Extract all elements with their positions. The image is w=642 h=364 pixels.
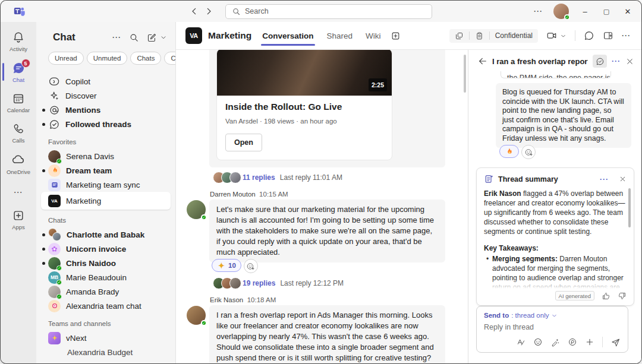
channel-more-icon[interactable]: ··· xyxy=(622,31,631,40)
meet-now-button[interactable] xyxy=(546,30,567,41)
rail-item-calls[interactable]: Calls xyxy=(1,118,36,148)
sidebar-item-vnext[interactable]: vNext xyxy=(41,331,171,345)
loop-icon[interactable] xyxy=(568,337,577,347)
message-bubble: I ran a fresh overlap report in Ads Mana… xyxy=(209,305,445,363)
emoji-icon[interactable] xyxy=(533,337,543,347)
tab-conversation[interactable]: Conversation xyxy=(262,22,313,49)
video-open-button[interactable]: Open xyxy=(225,134,262,151)
team-name[interactable]: Marketing xyxy=(208,30,251,41)
section-teams-and-channels[interactable]: Teams and channels xyxy=(36,313,175,331)
chat-bubble-icon[interactable] xyxy=(584,30,594,41)
sidebar-item-amanda-brady[interactable]: Amanda Brady xyxy=(41,284,171,299)
video-thumbnail[interactable]: 2:25 xyxy=(217,50,392,96)
sidebar-item-mentions[interactable]: Mentions xyxy=(41,103,171,117)
add-reaction-button[interactable] xyxy=(244,259,258,273)
sidebar-item-marie-beaudouin[interactable]: MB Marie Beaudouin xyxy=(41,270,171,284)
summary-more-icon[interactable]: ··· xyxy=(600,175,609,183)
summary-scrollbar[interactable] xyxy=(628,188,631,227)
filter-search-icon[interactable] xyxy=(129,33,139,43)
thumbs-up-icon[interactable] xyxy=(602,292,610,300)
share-icon xyxy=(455,31,464,40)
conversation-scrollbar[interactable] xyxy=(464,55,466,93)
rail-item-activity[interactable]: Activity xyxy=(1,27,36,57)
section-chats[interactable]: Chats xyxy=(36,210,175,227)
rail-item-apps[interactable]: Apps xyxy=(1,205,36,235)
sensitivity-pill[interactable]: Confidential xyxy=(449,29,538,43)
message-author[interactable]: Erik Nason xyxy=(210,296,243,303)
nav-forward-icon[interactable] xyxy=(204,7,213,16)
sidebar-item-discover[interactable]: Discover xyxy=(41,88,171,103)
new-chat-chevron-icon[interactable] xyxy=(160,34,167,41)
add-reaction-button[interactable] xyxy=(521,145,536,159)
va-logo-avatar: VA xyxy=(48,195,61,207)
tab-shared[interactable]: Shared xyxy=(327,22,353,49)
attach-plus-icon[interactable] xyxy=(585,337,594,347)
apps-icon xyxy=(12,209,25,222)
last-reply-time: Last reply 12:12 PM xyxy=(280,279,344,287)
rail-item-onedrive[interactable]: OneDrive xyxy=(1,148,36,180)
rail-more-apps[interactable]: ··· xyxy=(1,180,36,205)
open-in-window-icon[interactable] xyxy=(603,30,613,41)
close-summary-icon[interactable] xyxy=(619,175,627,183)
replies-link[interactable]: 19 replies xyxy=(243,279,275,287)
author-avatar[interactable] xyxy=(187,200,206,219)
sidebar-item-marketing-team-sync[interactable]: Marketing team sync xyxy=(41,178,171,192)
thread-more-icon[interactable]: ··· xyxy=(612,57,621,65)
unread-dot xyxy=(42,169,45,172)
user-avatar[interactable] xyxy=(553,4,569,19)
followed-thread-toggle[interactable] xyxy=(593,55,607,68)
video-title[interactable]: Inside the Rollout: Go Live xyxy=(225,102,383,112)
new-chat-icon[interactable] xyxy=(147,33,157,43)
copilot-rewrite-icon[interactable] xyxy=(550,337,560,347)
replies-link[interactable]: 11 replies xyxy=(243,173,275,182)
message-time: 10:18 AM xyxy=(247,296,276,303)
sidebar-item-unicorn-invoice[interactable]: Unicorn invoice xyxy=(41,242,171,256)
channel-alexandria-budget[interactable]: Alexandria Budget xyxy=(41,345,171,359)
format-icon[interactable] xyxy=(516,337,525,347)
filter-channels[interactable]: Channels xyxy=(164,52,176,65)
filter-unread[interactable]: Unread xyxy=(48,52,84,65)
sidebar-item-marketing[interactable]: VA Marketing xyxy=(41,192,171,210)
channel-best-proposals[interactable]: Best proposals xyxy=(41,359,171,363)
sidebar-item-alexandria-team-chat[interactable]: Alexandria team chat xyxy=(41,299,171,313)
close-window-button[interactable]: ✕ xyxy=(622,7,633,16)
thread-reply-box[interactable]: Send to: thread only xyxy=(476,306,628,353)
sidebar-item-charlotte-and-babak[interactable]: Charlotte and Babak xyxy=(41,227,171,242)
sidebar-item-serena-davis[interactable]: Serena Davis xyxy=(41,149,171,163)
chat-options-icon[interactable]: ··· xyxy=(112,33,121,42)
thumbs-down-icon[interactable] xyxy=(618,292,627,300)
sidebar-item-copilot[interactable]: Copilot xyxy=(41,74,171,88)
search-box[interactable] xyxy=(225,4,432,19)
sidebar-item-dream-team[interactable]: Dream team xyxy=(41,163,171,178)
darren-replies-row[interactable]: 19 replies Last reply 12:12 PM xyxy=(213,277,450,289)
close-thread-icon[interactable] xyxy=(625,57,634,66)
search-input[interactable] xyxy=(245,7,426,15)
filter-chats[interactable]: Chats xyxy=(130,52,161,65)
message-author[interactable]: Darren Mouton xyxy=(210,191,256,198)
send-to-selector[interactable]: Send to: thread only xyxy=(484,312,621,319)
filter-unmuted[interactable]: Unmuted xyxy=(87,52,128,65)
nav-back-icon[interactable] xyxy=(190,7,199,16)
rail-item-calendar[interactable]: Calendar xyxy=(1,88,36,118)
thread-reply-input[interactable] xyxy=(484,323,621,331)
tab-wiki[interactable]: Wiki xyxy=(366,22,381,49)
minimize-button[interactable]: – xyxy=(580,7,590,16)
send-icon[interactable] xyxy=(610,337,621,347)
rail-item-chat[interactable]: 5 Chat xyxy=(1,57,36,88)
maximize-button[interactable]: ▢ xyxy=(601,8,612,15)
section-favorites[interactable]: Favorites xyxy=(36,131,175,149)
back-icon[interactable] xyxy=(478,56,487,66)
add-tab-icon[interactable] xyxy=(391,31,401,41)
author-avatar[interactable] xyxy=(187,306,206,325)
titlebar-more-icon[interactable]: ··· xyxy=(534,7,543,15)
flower-avatar xyxy=(48,243,61,255)
sidebar-item-chris-naidoo[interactable]: Chris Naidoo xyxy=(41,256,171,270)
quoted-message[interactable]: the PMM side, the one-pager is i... xyxy=(501,71,611,78)
video-card[interactable]: 2:25 Inside the Rollout: Go Live Van Ars… xyxy=(216,50,392,160)
video-replies-row[interactable]: 11 replies Last reply 11:01 AM xyxy=(213,172,450,183)
sidebar-item-followed-threads[interactable]: Followed threads xyxy=(41,117,171,131)
reaction-fire[interactable] xyxy=(499,145,519,158)
last-reply-time: Last reply 11:01 AM xyxy=(280,173,342,182)
reaction-sparkle[interactable]: ✦ 10 xyxy=(212,259,241,272)
video-camera-icon xyxy=(546,30,557,41)
